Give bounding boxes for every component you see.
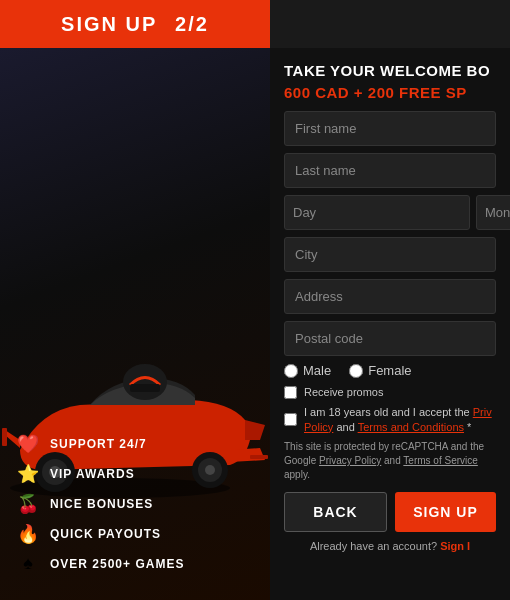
gender-female-radio[interactable] — [349, 364, 363, 378]
button-row: BACK SIGN UP — [284, 492, 496, 532]
features-list: ❤️ SUPPORT 24/7 ⭐ VIP AWARDS 🍒 NICE BONU… — [0, 433, 270, 582]
feature-icon: ⭐ — [16, 463, 40, 485]
gender-female-text: Female — [368, 363, 411, 378]
last-name-input[interactable] — [284, 153, 496, 188]
terms-link[interactable]: Terms and Conditions — [358, 421, 464, 433]
feature-item: 🔥 QUICK PAYOUTS — [16, 523, 254, 545]
signup-label: SIGN UP — [61, 13, 157, 36]
city-input[interactable] — [284, 237, 496, 272]
feature-label: VIP AWARDS — [50, 467, 135, 481]
feature-item: ⭐ VIP AWARDS — [16, 463, 254, 485]
receive-promos-label: Receive promos — [304, 385, 383, 399]
terms-checkbox[interactable] — [284, 413, 297, 426]
feature-item: 🍒 NICE BONUSES — [16, 493, 254, 515]
feature-label: SUPPORT 24/7 — [50, 437, 147, 451]
feature-item: ♠️ OVER 2500+ GAMES — [16, 553, 254, 574]
back-button[interactable]: BACK — [284, 492, 387, 532]
header-right — [270, 0, 510, 48]
feature-icon: ♠️ — [16, 553, 40, 574]
feature-label: NICE BONUSES — [50, 497, 153, 511]
signup-button[interactable]: SIGN UP — [395, 492, 496, 532]
receive-promos-row: Receive promos — [284, 385, 496, 399]
feature-label: OVER 2500+ GAMES — [50, 557, 184, 571]
feature-icon: 🔥 — [16, 523, 40, 545]
header-left: SIGN UP 2/2 — [0, 0, 270, 48]
header: SIGN UP 2/2 — [0, 0, 510, 48]
right-panel: TAKE YOUR WELCOME BO 600 CAD + 200 FREE … — [270, 48, 510, 600]
postal-input[interactable] — [284, 321, 496, 356]
feature-label: QUICK PAYOUTS — [50, 527, 161, 541]
gender-male-text: Male — [303, 363, 331, 378]
address-input[interactable] — [284, 279, 496, 314]
main-layout: ❤️ SUPPORT 24/7 ⭐ VIP AWARDS 🍒 NICE BONU… — [0, 48, 510, 600]
svg-point-1 — [123, 364, 167, 400]
date-row — [284, 195, 496, 230]
gender-row: Male Female — [284, 363, 496, 378]
terms-label: I am 18 years old and I accept the Priv … — [304, 405, 496, 434]
svg-rect-2 — [130, 384, 160, 392]
feature-icon: ❤️ — [16, 433, 40, 455]
signin-text: Already have an account? Sign I — [284, 540, 496, 552]
terms-of-service-link[interactable]: Terms of Service — [403, 455, 477, 466]
gender-female-label[interactable]: Female — [349, 363, 411, 378]
gender-male-radio[interactable] — [284, 364, 298, 378]
feature-icon: 🍒 — [16, 493, 40, 515]
month-input[interactable] — [476, 195, 510, 230]
left-panel: ❤️ SUPPORT 24/7 ⭐ VIP AWARDS 🍒 NICE BONU… — [0, 48, 270, 600]
step-label: 2/2 — [175, 13, 209, 36]
welcome-title: TAKE YOUR WELCOME BO — [284, 62, 496, 80]
gender-male-label[interactable]: Male — [284, 363, 331, 378]
signin-link[interactable]: Sign I — [440, 540, 470, 552]
google-privacy-link[interactable]: Privacy Policy — [319, 455, 381, 466]
welcome-bonus: 600 CAD + 200 FREE SP — [284, 84, 496, 101]
recaptcha-text: This site is protected by reCAPTCHA and … — [284, 440, 496, 482]
terms-row: I am 18 years old and I accept the Priv … — [284, 405, 496, 434]
first-name-input[interactable] — [284, 111, 496, 146]
receive-promos-checkbox[interactable] — [284, 386, 297, 399]
feature-item: ❤️ SUPPORT 24/7 — [16, 433, 254, 455]
day-input[interactable] — [284, 195, 470, 230]
